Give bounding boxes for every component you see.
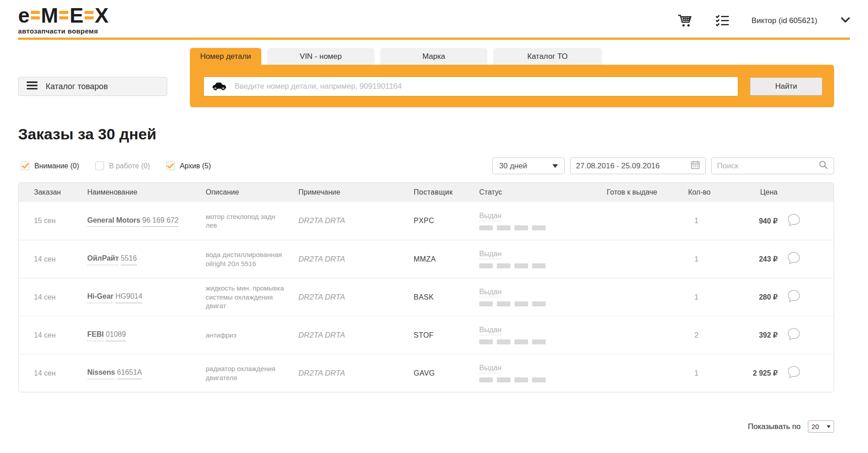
- order-chat-cell: [778, 289, 834, 305]
- tab-part-number[interactable]: Номер детали: [190, 48, 261, 65]
- part-number-input[interactable]: [235, 82, 731, 91]
- col-header-description: Описание: [206, 188, 298, 197]
- table-header: Заказан Наименование Описание Примечание…: [19, 183, 834, 202]
- orders-search-input[interactable]: [717, 162, 812, 171]
- order-chat-cell: [778, 213, 834, 229]
- search-section: Каталог товаров Номер детали VIN - номер…: [18, 48, 834, 107]
- logo-letter: X: [95, 5, 108, 26]
- cart-icon[interactable]: [677, 14, 693, 28]
- part-number-link[interactable]: 61651A: [117, 367, 142, 379]
- catalog-button[interactable]: Каталог товаров: [18, 77, 167, 96]
- order-supplier: STOF: [414, 331, 479, 339]
- col-header-note: Примечание: [298, 188, 414, 196]
- status-link[interactable]: Выдан: [479, 250, 501, 259]
- order-price: 940 ₽: [750, 217, 778, 225]
- order-price: 243 ₽: [750, 255, 778, 263]
- order-price: 392 ₽: [750, 331, 778, 339]
- order-status-cell: Выдан: [479, 250, 607, 268]
- col-header-qty: Кол-во: [688, 188, 750, 196]
- col-header-supplier: Поставщик: [414, 188, 479, 196]
- order-qty: 1: [688, 255, 750, 263]
- checkbox-in-progress[interactable]: В работе (0): [95, 162, 150, 170]
- order-description: мотор стеклопод задн лев: [206, 212, 298, 230]
- order-note: DR2TA DRTA: [298, 255, 414, 264]
- brand-link[interactable]: FEBI: [87, 329, 104, 341]
- user-menu[interactable]: Виктор (id 605621): [751, 16, 850, 25]
- status-link[interactable]: Выдан: [479, 288, 501, 297]
- status-link[interactable]: Выдан: [479, 364, 501, 373]
- pagination-row: Показывать по 20: [18, 420, 834, 433]
- status-progress-bar: [479, 225, 607, 230]
- comment-icon[interactable]: [787, 289, 802, 303]
- comment-icon[interactable]: [787, 365, 802, 379]
- order-price: 2 925 ₽: [750, 369, 778, 377]
- order-description: антифриз: [206, 331, 298, 340]
- checkbox-label: Внимание (0): [34, 162, 79, 170]
- order-name-cell: Nissens 61651A: [87, 367, 206, 379]
- user-name: Виктор (id 605621): [751, 16, 817, 25]
- period-select[interactable]: 30 дней: [492, 157, 565, 174]
- table-row: 14 сен ОйлРайт 5516 вода дистиллированна…: [19, 240, 834, 278]
- order-status-cell: Выдан: [479, 326, 607, 344]
- tab-to-catalog[interactable]: Каталог ТО: [493, 48, 602, 65]
- col-header-ordered: Заказан: [34, 188, 87, 196]
- logo-dash-icon: [59, 11, 68, 19]
- checkbox-box: [21, 162, 29, 170]
- order-date: 14 сен: [34, 369, 87, 377]
- order-date: 14 сен: [34, 293, 87, 301]
- order-note: DR2TA DRTA: [298, 369, 414, 378]
- filter-right: 30 дней 27.08.2016 - 25.09.2016: [492, 157, 834, 174]
- checkbox-archive[interactable]: Архив (5): [166, 162, 211, 170]
- table-row: 14 сен Nissens 61651A радиатор охлаждени…: [19, 354, 834, 392]
- brand-link[interactable]: General Motors: [87, 215, 140, 227]
- checklist-icon[interactable]: [715, 14, 730, 28]
- brand-link[interactable]: Hi-Gear: [87, 291, 113, 303]
- part-number-link[interactable]: 5516: [121, 253, 137, 265]
- order-qty: 1: [688, 369, 750, 377]
- date-range-picker[interactable]: 27.08.2016 - 25.09.2016: [570, 157, 706, 174]
- logo-dash-icon: [85, 11, 94, 19]
- check-icon: [22, 163, 29, 169]
- tab-make[interactable]: Марка: [380, 48, 487, 65]
- brand-link[interactable]: Nissens: [87, 367, 115, 379]
- comment-icon[interactable]: [787, 213, 802, 227]
- order-qty: 1: [688, 217, 750, 225]
- status-link[interactable]: Выдан: [479, 326, 501, 335]
- part-number-link[interactable]: 01089: [106, 329, 126, 341]
- logo-word: e M E X: [18, 5, 108, 26]
- search-tabs: Номер детали VIN - номер Марка Каталог Т…: [190, 48, 834, 65]
- calendar-icon: [691, 160, 700, 172]
- logo-dash-icon: [31, 11, 40, 19]
- period-select-value: 30 дней: [499, 162, 527, 171]
- page-title: Заказы за 30 дней: [18, 125, 834, 143]
- status-progress-bar: [479, 339, 607, 344]
- order-price: 280 ₽: [750, 293, 778, 301]
- comment-icon[interactable]: [787, 251, 802, 265]
- find-button[interactable]: Найти: [750, 77, 822, 95]
- status-link[interactable]: Выдан: [479, 212, 501, 221]
- orders-search-field: [711, 157, 834, 174]
- checkbox-box: [95, 162, 104, 170]
- order-supplier: GAVG: [414, 369, 479, 377]
- emex-logo[interactable]: e M E X автозапчасти вовремя: [18, 3, 108, 35]
- search-block: Номер детали VIN - номер Марка Каталог Т…: [190, 48, 834, 107]
- catalog-button-label: Каталог товаров: [46, 82, 108, 91]
- order-description: жидкость мин. промывка системы охлаждени…: [206, 284, 298, 310]
- dropdown-arrow-icon: [827, 425, 830, 428]
- checkbox-attention[interactable]: Внимание (0): [21, 162, 79, 170]
- orders-table: Заказан Наименование Описание Примечание…: [18, 182, 834, 392]
- order-description: вода дистиллированная oilright 20л 5516: [206, 250, 298, 268]
- status-progress-bar: [479, 263, 607, 268]
- tab-vin-number[interactable]: VIN - номер: [267, 48, 374, 65]
- part-number-link[interactable]: HG9014: [115, 291, 142, 303]
- order-description: радиатор охлаждения двигателя: [206, 364, 298, 382]
- col-header-status: Статус: [479, 188, 607, 196]
- part-number-link[interactable]: 96 169 672: [142, 215, 179, 227]
- brand-link[interactable]: ОйлРайт: [87, 253, 118, 265]
- comment-icon[interactable]: [787, 327, 802, 341]
- chevron-down-icon: [841, 17, 850, 25]
- col-header-name: Наименование: [87, 187, 206, 198]
- per-page-label: Показывать по: [748, 422, 801, 431]
- per-page-select[interactable]: 20: [808, 420, 834, 433]
- order-chat-cell: [778, 251, 834, 267]
